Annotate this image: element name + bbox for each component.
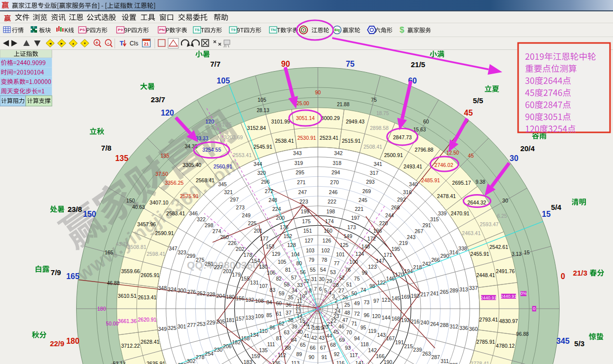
svg-text:181: 181: [226, 317, 235, 323]
svg-text:343: 343: [293, 150, 302, 156]
svg-text:21/3: 21/3: [573, 269, 587, 277]
svg-text:341: 341: [374, 161, 383, 167]
svg-text:25.00: 25.00: [297, 101, 309, 106]
svg-text:3203.69: 3203.69: [224, 134, 243, 140]
svg-text:104: 104: [291, 251, 300, 257]
svg-text:7: 7: [314, 286, 317, 292]
svg-text:96.88: 96.88: [516, 331, 529, 337]
svg-text:148: 148: [361, 243, 370, 249]
svg-text:51: 51: [346, 282, 352, 287]
svg-text:314: 314: [449, 249, 458, 255]
svg-text:2493.41: 2493.41: [403, 163, 422, 169]
svg-text:15: 15: [542, 210, 551, 218]
svg-text:3407.10: 3407.10: [150, 200, 169, 205]
svg-text:222: 222: [328, 199, 337, 204]
svg-text:82: 82: [276, 276, 282, 282]
svg-text:267: 267: [415, 228, 424, 234]
svg-text:81: 81: [285, 267, 291, 273]
svg-text:143: 143: [377, 332, 386, 338]
svg-text:31: 31: [311, 276, 317, 282]
svg-text:335: 335: [449, 362, 458, 364]
svg-text:2796.88: 2796.88: [415, 147, 434, 153]
svg-text:122: 122: [377, 280, 386, 285]
svg-text:2448.41: 2448.41: [476, 272, 495, 278]
svg-text:105: 105: [278, 259, 287, 265]
svg-text:3: 3: [332, 293, 335, 299]
svg-text:196: 196: [373, 228, 382, 234]
svg-text:339: 339: [438, 210, 447, 216]
svg-text:292: 292: [397, 197, 406, 202]
svg-text:150: 150: [83, 210, 96, 218]
svg-text:78: 78: [321, 257, 327, 263]
svg-text:294: 294: [331, 169, 340, 175]
svg-text:165: 165: [105, 249, 114, 255]
svg-text:225: 225: [248, 220, 257, 226]
svg-text:3101.99: 3101.99: [271, 119, 290, 124]
svg-text:269: 269: [362, 188, 371, 194]
svg-text:158: 158: [241, 335, 250, 341]
svg-text:167: 167: [386, 335, 395, 341]
svg-text:324: 324: [168, 286, 176, 292]
svg-text:84: 84: [266, 299, 272, 305]
svg-text:33: 33: [297, 282, 303, 288]
svg-text:321: 321: [224, 189, 233, 195]
svg-text:3254.55: 3254.55: [202, 147, 221, 153]
svg-text:3610.51: 3610.51: [118, 293, 136, 299]
svg-text:T: T: [120, 40, 124, 47]
svg-text:120: 120: [372, 313, 381, 319]
svg-text:56: 56: [300, 269, 306, 275]
svg-text:145: 145: [392, 295, 400, 301]
svg-text:247: 247: [298, 189, 307, 195]
svg-text:170: 170: [395, 272, 404, 278]
svg-text:298: 298: [205, 222, 214, 228]
svg-text:136: 136: [272, 360, 281, 364]
svg-text:2628.41: 2628.41: [141, 339, 160, 345]
svg-text:266: 266: [431, 257, 440, 263]
svg-text:113: 113: [291, 360, 300, 364]
svg-text:6: 6: [319, 286, 322, 292]
svg-text:89: 89: [296, 351, 302, 357]
svg-text:239: 239: [413, 347, 422, 353]
svg-text:28.13: 28.13: [257, 108, 269, 113]
svg-text:5: 5: [324, 287, 327, 293]
svg-text:74: 74: [360, 287, 366, 293]
svg-text:48: 48: [344, 310, 350, 316]
svg-text:312: 312: [449, 324, 458, 329]
svg-text:3.13: 3.13: [512, 251, 522, 257]
svg-text:253: 253: [197, 321, 206, 327]
svg-text:124: 124: [355, 251, 364, 257]
svg-text:93: 93: [345, 345, 351, 351]
svg-text:P9: P9: [118, 28, 123, 32]
svg-text:319: 319: [294, 160, 303, 166]
svg-text:322: 322: [197, 216, 206, 222]
svg-text:8: 8: [309, 287, 312, 293]
svg-text:34: 34: [292, 287, 298, 293]
svg-text:250: 250: [220, 234, 229, 240]
svg-text:75: 75: [346, 60, 354, 68]
svg-text:54: 54: [320, 267, 326, 273]
svg-text:30: 30: [502, 198, 508, 203]
svg-text:50: 50: [351, 290, 357, 296]
svg-text:52: 52: [339, 275, 345, 281]
svg-text:116: 116: [336, 360, 345, 364]
svg-text:15: 15: [524, 249, 530, 255]
svg-text:150: 150: [126, 198, 135, 203]
svg-text:4780.12: 4780.12: [496, 343, 515, 349]
svg-text:60: 60: [276, 300, 282, 306]
svg-text:4: 4: [328, 290, 331, 296]
svg-text:320: 320: [257, 170, 266, 176]
svg-text:347: 347: [169, 245, 177, 251]
svg-text:30: 30: [510, 154, 519, 162]
svg-text:2949.43: 2949.43: [346, 119, 364, 124]
svg-text:7/7: 7/7: [210, 60, 220, 68]
svg-text:PN: PN: [159, 28, 165, 32]
svg-text:165: 165: [66, 272, 80, 281]
svg-text:3356.25: 3356.25: [165, 180, 183, 186]
svg-text:218: 218: [413, 264, 422, 270]
svg-text:41: 41: [304, 333, 309, 339]
svg-text:50.00: 50.00: [106, 321, 119, 326]
svg-text:344: 344: [254, 161, 263, 167]
svg-text:108: 108: [255, 298, 264, 304]
svg-text:199: 199: [301, 208, 309, 214]
svg-text:TN: TN: [270, 28, 276, 32]
